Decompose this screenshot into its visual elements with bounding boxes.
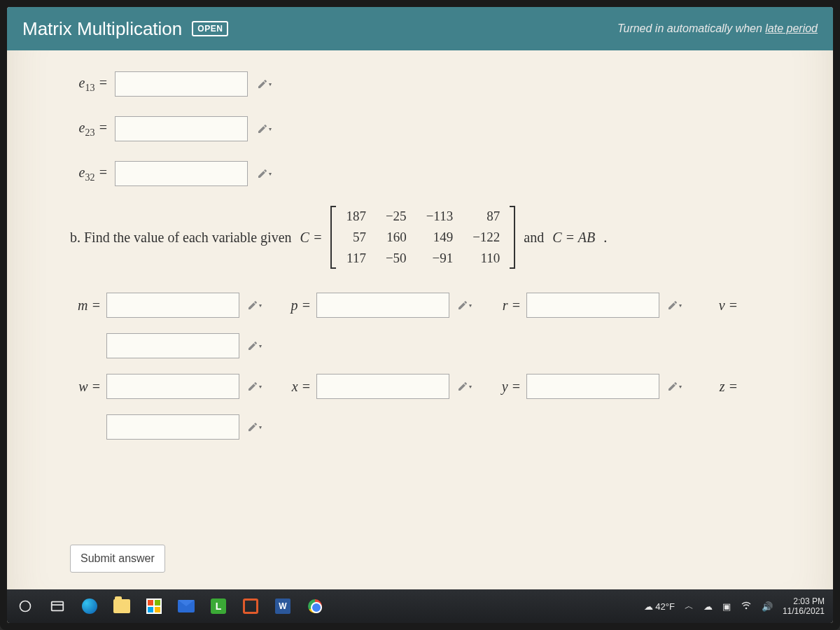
task-view-icon[interactable] xyxy=(48,596,67,616)
label-w: w = xyxy=(70,379,101,395)
pencil-icon xyxy=(247,421,258,433)
pencil-icon xyxy=(667,300,678,311)
store-icon[interactable] xyxy=(144,596,164,616)
pencil-icon xyxy=(257,123,268,134)
tray-icon-1[interactable]: ▣ xyxy=(722,601,731,612)
input-extra1[interactable] xyxy=(106,333,239,358)
page-title: Matrix Multiplication xyxy=(22,18,182,40)
svg-point-0 xyxy=(20,601,31,612)
format-menu-m[interactable]: ▾ xyxy=(245,296,263,314)
label-x: x = xyxy=(280,379,311,395)
clock[interactable]: 2:03 PM 11/16/2021 xyxy=(783,596,825,617)
format-menu-extra2[interactable]: ▾ xyxy=(245,418,263,436)
input-e13[interactable] xyxy=(115,71,248,97)
label-e23: e23 = xyxy=(70,120,108,139)
weather-widget[interactable]: ☁ 42°F xyxy=(644,601,675,612)
office-icon[interactable] xyxy=(241,596,260,616)
pencil-icon xyxy=(247,381,258,392)
l-app-icon[interactable]: L xyxy=(209,596,228,616)
tray-chevron-icon[interactable]: ︿ xyxy=(685,600,694,612)
start-icon[interactable] xyxy=(15,596,35,616)
format-menu-extra1[interactable]: ▾ xyxy=(245,337,263,355)
format-menu-r[interactable]: ▾ xyxy=(665,296,683,314)
pencil-icon xyxy=(247,340,258,351)
pencil-icon xyxy=(457,381,468,392)
onedrive-icon[interactable]: ☁ xyxy=(704,601,713,612)
input-extra2[interactable] xyxy=(106,414,239,440)
input-x[interactable] xyxy=(316,374,449,399)
mail-icon[interactable] xyxy=(176,596,196,616)
windows-taskbar: L W ☁ 42°F ︿ ☁ ▣ 🔊 2:03 PM 11/16/2021 xyxy=(7,589,833,623)
format-menu-x[interactable]: ▾ xyxy=(455,377,473,396)
label-v: v = xyxy=(700,298,738,314)
input-e23[interactable] xyxy=(115,116,248,141)
wifi-icon[interactable] xyxy=(741,600,752,613)
edge-icon[interactable] xyxy=(80,596,99,616)
assignment-header: Matrix Multiplication OPEN Turned in aut… xyxy=(7,7,833,50)
late-period-note: Turned in automatically when late period xyxy=(617,22,818,35)
question-content: e13 = ▾ e23 = ▾ e32 = ▾ xyxy=(7,50,833,589)
label-e32: e32 = xyxy=(70,164,108,183)
file-explorer-icon[interactable] xyxy=(112,596,132,616)
input-p[interactable] xyxy=(316,293,449,318)
label-blank2 xyxy=(70,419,101,435)
input-r[interactable] xyxy=(526,293,659,318)
matrix-C: 187−25−11387 57160149−122 117−50−91110 xyxy=(330,206,515,269)
format-menu-y[interactable]: ▾ xyxy=(665,377,683,396)
input-m[interactable] xyxy=(106,293,239,318)
input-y[interactable] xyxy=(526,374,659,399)
label-e13: e13 = xyxy=(70,75,108,94)
pencil-icon xyxy=(257,78,268,90)
submit-button[interactable]: Submit answer xyxy=(70,545,165,573)
label-r: r = xyxy=(490,298,521,314)
label-blank1 xyxy=(70,338,101,354)
part-b-prompt: b. Find the value of each variable given… xyxy=(70,206,805,269)
format-menu-e13[interactable]: ▾ xyxy=(255,75,273,93)
late-period-link[interactable]: late period xyxy=(765,22,818,34)
label-z: z = xyxy=(700,379,738,395)
label-y: y = xyxy=(490,379,521,395)
word-icon[interactable]: W xyxy=(273,596,293,616)
chrome-icon[interactable] xyxy=(305,596,325,616)
sound-icon[interactable]: 🔊 xyxy=(762,601,773,612)
format-menu-p[interactable]: ▾ xyxy=(455,296,473,314)
pencil-icon xyxy=(667,381,678,392)
label-p: p = xyxy=(280,298,311,314)
svg-point-3 xyxy=(746,608,746,608)
input-w[interactable] xyxy=(106,374,239,399)
format-menu-w[interactable]: ▾ xyxy=(245,377,263,396)
pencil-icon xyxy=(257,168,268,179)
label-m: m = xyxy=(70,298,101,314)
input-e32[interactable] xyxy=(115,161,248,186)
svg-rect-1 xyxy=(52,602,64,611)
open-badge: OPEN xyxy=(192,21,228,36)
format-menu-e23[interactable]: ▾ xyxy=(255,120,273,138)
pencil-icon xyxy=(247,300,258,311)
format-menu-e32[interactable]: ▾ xyxy=(255,164,273,183)
pencil-icon xyxy=(457,300,468,311)
